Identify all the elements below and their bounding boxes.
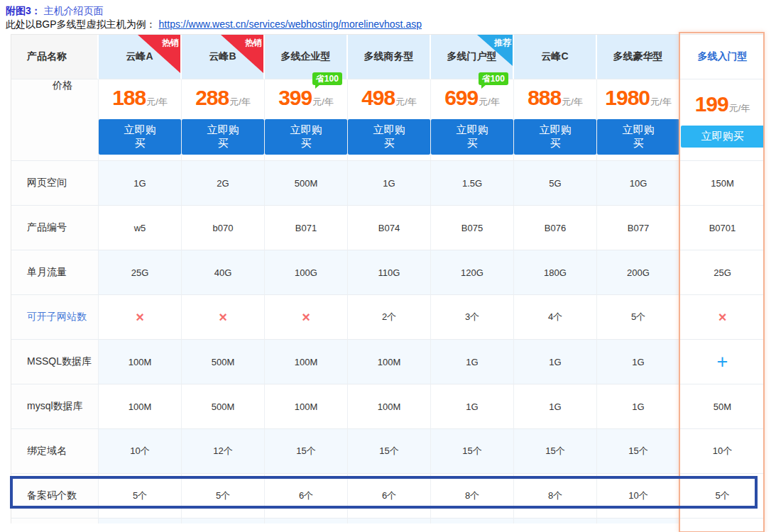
table-cell: 5G: [514, 161, 597, 206]
table-cell: 2个: [348, 295, 431, 340]
price-cell: 188元/年 立即购买: [99, 79, 182, 161]
table-cell: 100M: [348, 340, 431, 384]
buy-now-button[interactable]: 立即购买: [265, 119, 347, 155]
column-header-yunfeng-c: 云峰C: [514, 35, 597, 79]
table-cell: 100M: [348, 384, 431, 429]
table-cell: 12个: [182, 429, 265, 474]
table-cell: 110G: [348, 250, 431, 295]
table-row-product-code: 产品编号 w5 b070 B071 B074 B075 B076 B077 B0…: [11, 206, 765, 250]
table-cell: 1G: [348, 161, 431, 206]
table-row-record-codes: 备案码个数 5个 5个 6个 6个 8个 8个 10个 5个: [11, 474, 765, 519]
column-header-entry-featured: 多线入门型: [680, 35, 765, 79]
add-plus-icon[interactable]: +: [717, 351, 728, 373]
price-cell: 288元/年 立即购买: [182, 79, 265, 161]
table-cell: 15个: [265, 429, 348, 474]
price-unit: 元/年: [146, 96, 168, 109]
column-title: 多线入门型: [698, 50, 748, 63]
table-cell: 100M: [99, 340, 182, 384]
table-cell: 180G: [514, 250, 597, 295]
price-unit: 元/年: [729, 102, 750, 115]
row-label: 备案码个数: [11, 474, 99, 519]
table-cell: 500M: [182, 384, 265, 429]
table-row-subsites: 可开子网站数 × × × 2个 3个 4个 5个 ×: [11, 295, 765, 340]
table-cell: 15个: [431, 429, 514, 474]
table-row-monthly-traffic: 单月流量 25G 40G 100G 110G 120G 180G 200G 25…: [11, 250, 765, 295]
column-title: 多线企业型: [281, 50, 331, 63]
not-available-x-icon: ×: [718, 309, 727, 326]
table-cell: 10G: [597, 161, 680, 206]
price-value: 498: [361, 86, 395, 110]
table-cell: 10个: [680, 429, 765, 474]
price-cell: 699元/年省100 立即购买: [431, 79, 514, 161]
buy-now-button[interactable]: 立即购买: [182, 119, 264, 155]
column-title: 云峰B: [209, 50, 236, 63]
save-100-badge: 省100: [479, 72, 508, 85]
price-row: 价格 188元/年 立即购买 288元/年 立即购买 399元/年省100 立即…: [11, 79, 765, 161]
table-cell: 1G: [597, 384, 680, 429]
buy-now-button[interactable]: 立即购买: [681, 126, 765, 148]
table-cell: 10个: [99, 429, 182, 474]
table-row-clipped: [11, 519, 765, 523]
table-cell: 6个: [265, 474, 348, 519]
price-cell: 888元/年 立即购买: [514, 79, 597, 161]
column-header-business: 多线商务型: [348, 35, 431, 79]
table-cell: B071: [265, 206, 348, 250]
save-100-badge: 省100: [312, 72, 342, 85]
price-unit: 元/年: [650, 96, 672, 109]
column-title: 多线商务型: [364, 50, 414, 63]
table-cell: [680, 519, 765, 523]
table-cell: 100M: [265, 340, 348, 384]
table-cell: 5个: [99, 474, 182, 519]
row-label: 单月流量: [11, 250, 99, 295]
table-cell: 1G: [597, 340, 680, 384]
table-cell: 10个: [597, 474, 680, 519]
buy-now-button[interactable]: 立即购买: [597, 119, 679, 155]
price-unit: 元/年: [395, 96, 417, 109]
price-cell-featured: 199元/年 立即购买: [680, 79, 765, 161]
price-cell: 1980元/年 立即购买: [597, 79, 680, 161]
table-cell: 2G: [182, 161, 265, 206]
price-value: 188: [112, 86, 146, 110]
table-cell: 1G: [431, 384, 514, 429]
column-header-deluxe: 多线豪华型: [597, 35, 680, 79]
table-cell: 1G: [514, 340, 597, 384]
column-header-yunfeng-b: 云峰B 热销: [182, 35, 265, 79]
column-title: 云峰C: [541, 50, 568, 63]
buy-now-button[interactable]: 立即购买: [99, 119, 181, 155]
hosting-url-link[interactable]: https://www.west.cn/services/webhosting/…: [159, 18, 422, 30]
price-value: 199: [695, 92, 728, 116]
price-unit: 元/年: [479, 96, 500, 109]
table-cell: [265, 519, 348, 523]
table-row-mysql: mysql数据库 100M 500M 100M 100M 1G 1G 1G 50…: [11, 384, 765, 429]
row-label-subsites-link[interactable]: 可开子网站数: [27, 311, 87, 323]
table-cell: B076: [514, 206, 597, 250]
table-cell: 15个: [348, 429, 431, 474]
row-label: mysql数据库: [11, 384, 99, 429]
not-available-x-icon: ×: [136, 309, 144, 326]
table-row-mssql: MSSQL数据库 100M 500M 100M 100M 1G 1G 1G +: [11, 340, 765, 384]
table-cell: 40G: [182, 250, 265, 295]
table-cell: 8个: [431, 474, 514, 519]
table-cell: b070: [182, 206, 265, 250]
table-cell: 150M: [680, 161, 765, 206]
column-title: 云峰A: [126, 50, 153, 63]
row-label: 绑定域名: [11, 429, 99, 474]
figure-title: 主机介绍页面: [44, 5, 104, 16]
table-cell: 5个: [597, 295, 680, 340]
table-cell: 5个: [182, 474, 265, 519]
column-title: 多线豪华型: [613, 50, 663, 63]
table-cell: B075: [431, 206, 514, 250]
buy-now-button[interactable]: 立即购买: [514, 119, 596, 155]
column-header-yunfeng-a: 云峰A 热销: [99, 35, 182, 79]
price-value: 699: [444, 86, 478, 110]
table-cell: [597, 519, 680, 523]
buy-now-button[interactable]: 立即购买: [431, 119, 513, 155]
table-cell: B077: [597, 206, 680, 250]
buy-now-button[interactable]: 立即购买: [348, 119, 430, 155]
table-cell: 200G: [597, 250, 680, 295]
table-header-row: 产品名称 云峰A 热销 云峰B 热销 多线企业型 多线商务型 多线门户型 推荐 …: [11, 35, 765, 79]
table-cell: 1G: [431, 340, 514, 384]
table-cell: 6个: [348, 474, 431, 519]
table-cell: 100M: [99, 384, 182, 429]
table-cell: 5个: [680, 474, 765, 519]
